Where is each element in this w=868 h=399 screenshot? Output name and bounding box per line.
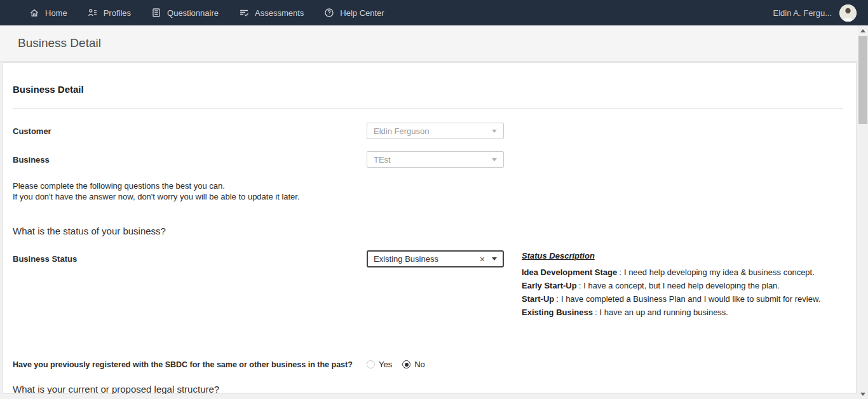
chevron-down-icon xyxy=(492,158,497,161)
scroll-up-arrow-icon[interactable] xyxy=(858,25,868,36)
business-select[interactable]: TEst xyxy=(367,151,504,168)
business-detail-card: Business Detail Customer Eldin Ferguson … xyxy=(3,62,857,394)
sbdc-question: Have you previously registered with the … xyxy=(13,360,367,369)
status-description-item: Early Start-Up:I have a concept, but I n… xyxy=(522,281,820,290)
legal-section-heading: What is your current or proposed legal s… xyxy=(13,384,843,395)
status-description-item: Existing Business:I have an up and runni… xyxy=(522,308,820,316)
sbdc-question-row: Have you previously registered with the … xyxy=(13,360,843,369)
nav-item-profiles[interactable]: Profiles xyxy=(78,0,141,25)
nav-item-label: Home xyxy=(45,8,67,18)
business-status-row: Business Status Existing Business × Stat… xyxy=(13,250,843,321)
radio-yes-icon[interactable] xyxy=(367,360,375,369)
radio-option-no[interactable]: No xyxy=(402,360,425,369)
radio-no-icon[interactable] xyxy=(402,360,410,369)
nav-item-help-center[interactable]: Help Center xyxy=(314,0,394,25)
customer-row: Customer Eldin Ferguson xyxy=(13,123,843,139)
radio-no-label: No xyxy=(414,360,425,369)
user-name: Eldin A. Fergu... xyxy=(773,8,832,18)
business-status-label: Business Status xyxy=(13,250,367,264)
top-navbar: Home Profiles Questionnaire xyxy=(0,0,868,25)
chevron-down-icon[interactable] xyxy=(492,257,497,260)
customer-select[interactable]: Eldin Ferguson xyxy=(367,123,504,139)
clear-icon[interactable]: × xyxy=(480,255,485,264)
nav-item-label: Assessments xyxy=(255,8,304,18)
user-menu[interactable]: Eldin A. Fergu... xyxy=(773,4,868,22)
status-section-heading: What is the status of your business? xyxy=(13,226,843,236)
business-status-value: Existing Business xyxy=(374,254,480,264)
nav-item-home[interactable]: Home xyxy=(19,0,78,25)
status-description-panel: Status Description Idea Development Stag… xyxy=(522,250,820,321)
user-avatar[interactable] xyxy=(839,4,857,22)
radio-option-yes[interactable]: Yes xyxy=(367,360,392,369)
sbdc-radio-group: Yes No xyxy=(367,360,425,369)
page-title-bar: Business Detail xyxy=(0,25,858,62)
scroll-down-arrow-icon[interactable] xyxy=(858,389,868,399)
nav-item-label: Help Center xyxy=(340,8,384,18)
radio-yes-label: Yes xyxy=(379,360,392,369)
assessments-icon xyxy=(239,8,249,18)
nav-item-label: Profiles xyxy=(104,8,131,18)
business-select-value: TEst xyxy=(374,155,488,165)
nav-items: Home Profiles Questionnaire xyxy=(0,0,395,25)
customer-label: Customer xyxy=(13,126,367,136)
card-heading: Business Detail xyxy=(13,84,843,95)
scrollbar-thumb[interactable] xyxy=(858,36,867,124)
business-status-select[interactable]: Existing Business × xyxy=(367,250,504,267)
intro-text: Please complete the following questions … xyxy=(13,180,843,202)
business-label: Business xyxy=(13,155,367,165)
status-description-heading: Status Description xyxy=(522,251,820,260)
help-icon xyxy=(324,8,334,18)
home-icon xyxy=(29,8,39,18)
page-title: Business Detail xyxy=(18,36,101,50)
intro-line-2: If you don't have the answer now, don't … xyxy=(13,191,843,202)
nav-item-label: Questionnaire xyxy=(167,8,219,18)
status-description-item: Idea Development Stage:I need help devel… xyxy=(522,268,820,276)
questionnaire-icon xyxy=(151,8,161,18)
chevron-down-icon xyxy=(492,130,497,133)
nav-item-assessments[interactable]: Assessments xyxy=(229,0,314,25)
business-row: Business TEst xyxy=(13,151,843,168)
nav-item-questionnaire[interactable]: Questionnaire xyxy=(141,0,229,25)
profiles-icon xyxy=(88,8,98,18)
page-bottom-strip xyxy=(0,394,858,399)
customer-select-value: Eldin Ferguson xyxy=(374,126,488,136)
status-description-item: Start-Up:I have completed a Business Pla… xyxy=(522,295,820,303)
vertical-scrollbar[interactable] xyxy=(858,25,868,399)
intro-line-1: Please complete the following questions … xyxy=(13,180,843,191)
heading-divider xyxy=(13,108,843,109)
